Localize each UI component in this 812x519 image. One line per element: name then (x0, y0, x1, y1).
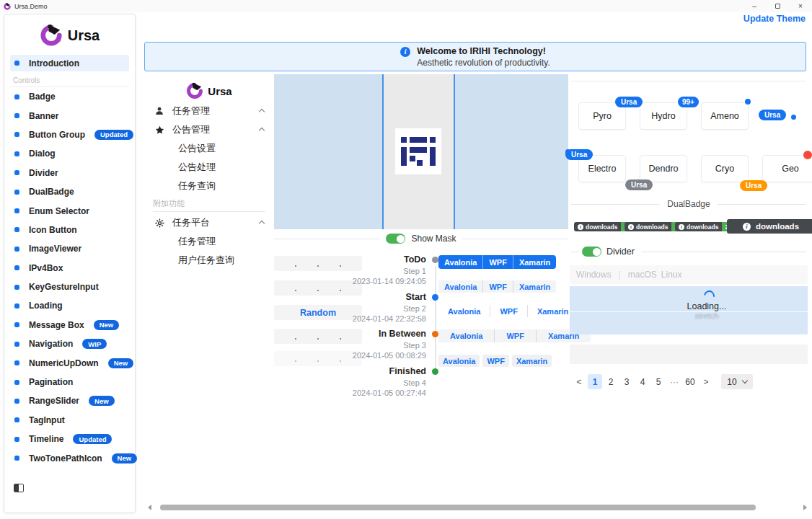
user-icon (154, 107, 164, 115)
sidebar-item-taginput[interactable]: TagInput (4, 411, 135, 430)
timeline-step: Start Step 2 2024-01-04 22:32:58 (330, 292, 438, 323)
menu-item-task-management[interactable]: 任务管理 (144, 102, 274, 120)
maximize-icon (775, 4, 780, 9)
divider (718, 204, 806, 205)
divider-demo-row: Divider (571, 247, 806, 257)
next-page-button[interactable]: > (699, 374, 713, 389)
avalonia-button[interactable]: Avalonia (438, 305, 490, 317)
wpf-button[interactable]: WPF (494, 329, 535, 342)
avalonia-button[interactable]: Avalonia (438, 355, 480, 367)
menu-logo: Ursa (144, 80, 274, 102)
avalonia-button[interactable]: Avalonia (438, 255, 482, 269)
image-viewer[interactable] (274, 74, 568, 229)
ursa-badge-grey: Ursa (625, 179, 653, 190)
sidebar-item-numericupdown[interactable]: NumericUpDownNew (4, 353, 135, 372)
sidebar-item-banner[interactable]: Banner (4, 106, 135, 125)
menu-item-task-platform[interactable]: 任务平台 (144, 213, 274, 232)
sidebar-item-navigation[interactable]: NavigationWIP (4, 334, 135, 353)
dualbadge-divider-label: DualBadge (667, 199, 710, 209)
wpf-button[interactable]: WPF (482, 355, 508, 367)
badge-card-ameno: Ameno (701, 102, 749, 130)
status-badge: Updated (94, 130, 133, 140)
page-size-dropdown[interactable]: 10 (721, 374, 753, 389)
tab-windows[interactable]: Windows (576, 270, 612, 280)
sidebar-item-twotonepathicon[interactable]: TwoTonePathIconNew (4, 448, 135, 467)
menu-item-user-task-query[interactable]: 用户任务查询 (144, 251, 274, 270)
masked-content-text: stretch (671, 311, 743, 320)
page-button-3[interactable]: 3 (619, 374, 634, 389)
dot-badge (791, 115, 796, 120)
bullet-icon (14, 247, 19, 252)
scroll-left-arrow[interactable] (148, 505, 151, 510)
sidebar-item-pagination[interactable]: Pagination (4, 373, 135, 391)
bullet-icon (14, 303, 19, 309)
bullet-icon (14, 360, 19, 365)
avalonia-button[interactable]: Avalonia (438, 329, 494, 342)
maximize-button[interactable] (766, 0, 789, 12)
page-button-2[interactable]: 2 (604, 374, 618, 389)
close-button[interactable]: × (789, 0, 812, 12)
tab-strip: Windows | macOS Linux (570, 265, 808, 284)
show-mask-toggle[interactable] (386, 234, 405, 244)
bullet-icon (14, 322, 19, 327)
sidebar-item-dialog[interactable]: Dialog (4, 144, 135, 163)
banner-subtitle: Aesthetic revolution of productivity. (417, 58, 550, 68)
sidebar-item-rangeslider[interactable]: RangeSliderNew (4, 391, 135, 410)
menu-item-task-management-sub[interactable]: 任务管理 (144, 232, 274, 251)
viewer-mask-right (455, 74, 568, 229)
sidebar-item-timeline[interactable]: TimelineUpdated (4, 430, 135, 448)
tab-macos[interactable]: macOS (628, 270, 657, 280)
info-icon: i (400, 47, 410, 57)
sidebar-item-icon-button[interactable]: Icon Button (4, 221, 135, 239)
page-button-5[interactable]: 5 (651, 374, 666, 389)
welcome-banner: i Welcome to IRIHI Technology! Aesthetic… (144, 42, 806, 71)
xamarin-button[interactable]: Xamarin (512, 355, 552, 367)
bullet-icon (14, 151, 19, 156)
wpf-button[interactable]: WPF (490, 305, 526, 317)
tab-linux[interactable]: Linux (661, 270, 682, 280)
xamarin-button[interactable]: Xamarin (513, 255, 556, 269)
button-group-borderless: Avalonia WPF Xamarin (438, 305, 578, 317)
sidebar-item-button-group[interactable]: Button GroupUpdated (4, 125, 135, 144)
bullet-icon (14, 285, 19, 290)
wpf-button[interactable]: WPF (482, 280, 512, 293)
collapse-sidebar-icon[interactable] (14, 484, 24, 492)
avalonia-button[interactable]: Avalonia (438, 280, 482, 293)
irihi-logo-image (395, 128, 441, 174)
scroll-right-arrow[interactable] (803, 505, 807, 510)
info-icon: i (743, 223, 751, 231)
sidebar-item-dualbadge[interactable]: DualBadge (4, 182, 135, 201)
sidebar-item-ipv4box[interactable]: IPv4Box (4, 259, 135, 278)
badge-card-dendro: Dendro (640, 155, 687, 182)
divider (571, 252, 579, 252)
menu-item-announcement-management[interactable]: 公告管理 (144, 120, 274, 139)
dot-badge (745, 99, 751, 105)
sidebar-list: Badge Banner Button GroupUpdated Dialog … (4, 87, 135, 468)
menu-item-task-query[interactable]: 任务查询 (144, 177, 274, 195)
menu-item-announcement-settings[interactable]: 公告设置 (144, 139, 274, 158)
horizontal-scrollbar-thumb[interactable] (160, 505, 756, 510)
sidebar-item-imageviewer[interactable]: ImageViewer (4, 239, 135, 258)
sidebar-item-keygestureinput[interactable]: KeyGestureInput (4, 278, 135, 296)
gear-icon (154, 218, 164, 228)
bullet-icon (14, 190, 19, 195)
prev-page-button[interactable]: < (572, 374, 586, 389)
window-title: Ursa.Demo (14, 3, 48, 10)
update-theme-button[interactable]: Update Theme (743, 14, 806, 24)
sidebar-item-loading[interactable]: Loading (4, 296, 135, 315)
menu-item-announcement-processing[interactable]: 公告处理 (144, 158, 274, 177)
page-button-1[interactable]: 1 (588, 374, 602, 389)
wpf-button[interactable]: WPF (482, 255, 512, 269)
divider-toggle[interactable] (582, 247, 601, 257)
sidebar-item-divider[interactable]: Divider (4, 164, 135, 182)
sidebar-item-badge[interactable]: Badge (4, 87, 135, 106)
divider (153, 211, 265, 212)
minimize-button[interactable]: – (743, 0, 766, 12)
page-button-4[interactable]: 4 (635, 374, 650, 389)
xamarin-button[interactable]: Xamarin (513, 280, 556, 293)
page-button-60[interactable]: 60 (683, 374, 697, 389)
sidebar-item-introduction[interactable]: Introduction (10, 55, 129, 71)
status-badge: WIP (82, 339, 107, 349)
sidebar-item-message-box[interactable]: Message BoxNew (4, 316, 135, 334)
sidebar-item-enum-selector[interactable]: Enum Selector (4, 201, 135, 220)
